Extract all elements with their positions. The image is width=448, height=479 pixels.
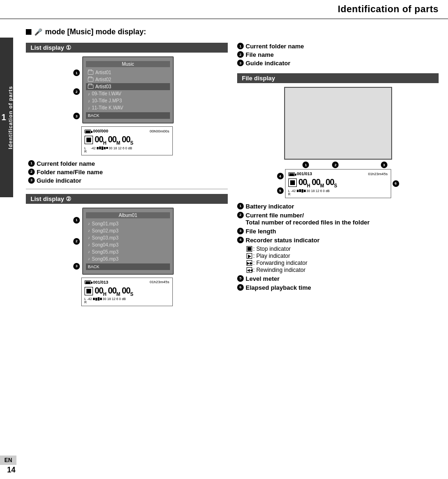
stop-icon xyxy=(247,246,252,252)
right-column: 1 Current folder name 2 File name 3 Guid… xyxy=(237,43,439,306)
level-0: 0 xyxy=(125,147,127,150)
list-display-2-screen: Album01 ♪ Song01.mp3 ♪ Song02.mp3 ♪ Song… xyxy=(82,208,174,275)
ann-circle-3: 3 xyxy=(28,177,35,184)
annotations-ld1: 1 Current folder name 2 Folder name/File… xyxy=(28,160,228,184)
level-R-fd: R xyxy=(288,193,388,196)
fd-circle-6: 6 xyxy=(237,284,244,291)
meter-bars-fd xyxy=(297,189,306,193)
meter-bar xyxy=(106,147,108,149)
annotation-item: 2 Folder name/File name xyxy=(28,169,228,176)
ann-text-2: Folder name/File name xyxy=(37,169,103,176)
bubble-4: 4 xyxy=(277,173,284,179)
fwd-icon: ▶▶ xyxy=(247,260,252,266)
folder-icon xyxy=(88,77,93,82)
status-bar-row: 4 5 001/013 01h23m45s xyxy=(277,169,399,198)
track-counter-ld2: 001/013 xyxy=(93,280,108,285)
meter-bars xyxy=(97,147,108,150)
meter-bar xyxy=(104,147,106,149)
fd-ann-text-1: Battery indicator xyxy=(246,203,294,210)
recorder-status-play: : Play indicator xyxy=(247,253,439,259)
language-label: EN xyxy=(0,456,16,465)
indicator-3-ld2: 3 xyxy=(73,263,80,270)
annotation-item-r2: 2 File name xyxy=(237,51,439,58)
folder-icon xyxy=(88,70,93,75)
levels-ld2: 30 18 12 6 0 dB xyxy=(103,297,126,301)
bubble-6: 6 xyxy=(393,180,399,187)
status-top-row: 000/000 00h00m00s xyxy=(85,129,170,133)
mode-icon xyxy=(26,29,31,35)
meter-bar xyxy=(297,190,299,192)
list-display-1-label: List display ① xyxy=(26,43,228,53)
big-digit-row-ld2: 00H 00M 00S xyxy=(85,286,170,297)
time-display: 00h00m00s xyxy=(150,129,170,133)
bubble-1: 1 xyxy=(302,162,309,168)
meter-bar xyxy=(301,189,303,193)
battery-icon xyxy=(85,130,91,133)
fd-circle-3: 3 xyxy=(237,228,244,234)
meter-bar xyxy=(299,189,301,192)
mode-title-text: mode [Music] mode display: xyxy=(45,28,146,36)
bubble-2: 2 xyxy=(332,162,339,168)
status-bar-ld1: 000/000 00h00m00s 00H 00M 00S L -42 xyxy=(81,126,173,155)
page-title: Identification of parts xyxy=(338,4,439,14)
meter-bar xyxy=(98,297,100,301)
file-display-screen xyxy=(284,87,392,160)
ann-text-1: Current folder name xyxy=(37,160,95,167)
fd-circle-5: 5 xyxy=(237,275,244,282)
annotation-item-r1: 1 Current folder name xyxy=(237,43,439,50)
indicator-1-ld1: 1 xyxy=(73,70,80,76)
music-icon: ♪ xyxy=(88,99,90,103)
level-minus42-ld2: -42 xyxy=(87,297,92,301)
screen-item: ♪ Song01.mp3 xyxy=(86,220,170,227)
music-icon: ♪ xyxy=(88,228,90,233)
ann-circle-1: 1 xyxy=(28,160,35,167)
big-digit-row-fd: 00H 00M 00S xyxy=(288,178,388,188)
fd-ann-4: 4 Recorder status indicator xyxy=(237,237,439,244)
file-display-annotations: 1 Battery indicator 2 Current file numbe… xyxy=(237,203,439,291)
fd-ann-3: 3 File length xyxy=(237,228,439,235)
folder-icon xyxy=(88,85,93,89)
level-db: dB xyxy=(128,147,132,150)
big-digits-ld1: 00H 00M 00S xyxy=(95,135,133,146)
ann-circle-r1: 1 xyxy=(237,43,244,49)
ann-text-r3: Guide indicator xyxy=(246,60,290,67)
time-display-ld2: 01h23m45s xyxy=(150,280,170,284)
screen-item-highlighted: Artist03 xyxy=(86,83,170,90)
annotation-item: 3 Guide indicator xyxy=(28,177,228,184)
meter-bar xyxy=(100,298,102,300)
stop-square xyxy=(86,138,91,142)
music-icon: ♪ xyxy=(88,92,90,96)
rwd-icon: ◀◀ xyxy=(247,267,252,273)
level-L-fd: L xyxy=(288,189,290,193)
indicator-1-ld2: 1 xyxy=(73,217,80,224)
music-icon: ♪ xyxy=(88,221,90,226)
battery-icon-fd xyxy=(288,172,295,176)
ann-text-3: Guide indicator xyxy=(37,177,81,184)
music-icon: ♪ xyxy=(88,106,90,110)
battery-fd: 001/013 xyxy=(288,171,312,176)
mic-icon: 🎤 xyxy=(34,28,42,36)
level-meter-ld1: L -42 30 18 12 6 xyxy=(85,147,170,150)
list-display-1-section: List display ① 1 2 3 Music Artist01 xyxy=(26,43,228,155)
left-bubbles: 4 5 xyxy=(277,169,284,198)
level-6: 6 xyxy=(123,147,124,150)
list-display-2-section: List display ② 1 2 3 Album01 ♪ Song01.mp… xyxy=(26,194,228,307)
stop-square-ld2 xyxy=(86,289,91,294)
screen-item: ♪ Song06.mp3 xyxy=(86,255,170,263)
level-m42-fd: -42 xyxy=(291,189,295,193)
fd-circle-4: 4 xyxy=(237,237,244,243)
indicator-3-ld1: 3 xyxy=(73,113,80,119)
list-display-2-wrapper: 1 2 3 Album01 ♪ Song01.mp3 ♪ Song02.mp3 xyxy=(75,208,178,275)
meter-bar xyxy=(101,147,103,150)
fd-circle-2: 2 xyxy=(237,212,244,218)
play-icon xyxy=(247,253,252,259)
annotation-item-r3: 3 Guide indicator xyxy=(237,60,439,67)
fd-ann-text-6: Elapsed playback time xyxy=(246,284,311,291)
status-top-fd: 001/013 01h23m45s xyxy=(288,171,388,176)
back-bar-ld1: BACK xyxy=(86,112,170,119)
list-display-2-label: List display ② xyxy=(26,194,228,204)
section-divider xyxy=(26,189,228,189)
screen-title-ld1: Music xyxy=(86,61,170,67)
header-bar: Identification of parts xyxy=(0,0,448,19)
ann-circle-r2: 2 xyxy=(237,51,244,58)
